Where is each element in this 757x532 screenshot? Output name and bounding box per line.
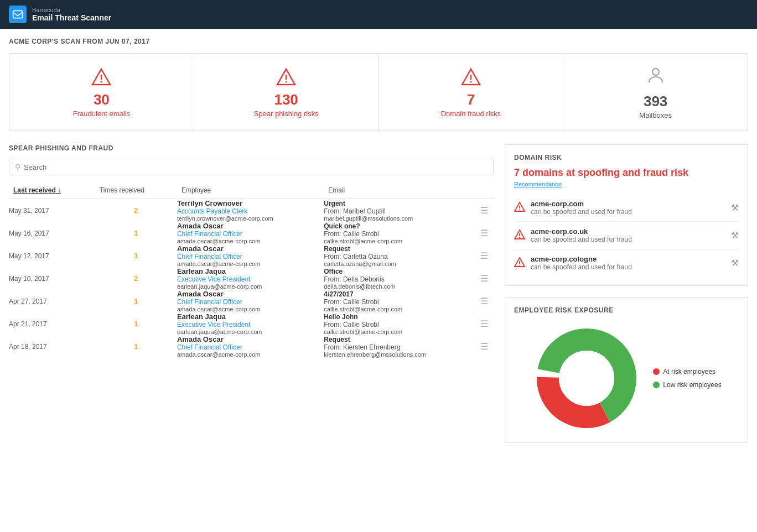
page-content: ACME CORP'S SCAN FROM JUN 07, 2017 30 Fr… (0, 29, 757, 532)
col-action (480, 183, 494, 199)
view-email-icon[interactable]: ☰ (480, 274, 488, 283)
row-action[interactable]: ☰ (480, 290, 494, 312)
domain-info: acme-corp.co.uk can be spoofed and used … (531, 227, 731, 243)
view-email-icon[interactable]: ☰ (480, 296, 488, 306)
view-email-icon[interactable]: ☰ (480, 206, 488, 215)
domain-risk-box: DOMAIN RISK 7 domains at spoofing and fr… (505, 144, 748, 286)
phishing-count: 130 (274, 91, 298, 108)
view-email-icon[interactable]: ☰ (480, 319, 488, 328)
employee-name: Amada Oscar (177, 222, 324, 230)
row-date: May 12, 2017 (9, 244, 95, 267)
email-from: From: Callie Strobl (324, 230, 480, 238)
domain-desc: can be spoofed and used for fraud (531, 208, 731, 216)
stat-cards-container: 30 Fraudulent emails 130 Spear phishing … (9, 53, 748, 131)
row-action[interactable]: ☰ (480, 312, 494, 335)
search-bar[interactable]: ⚲ (9, 159, 494, 175)
email-sender: delia.debonis@ibtech.com (324, 283, 480, 290)
warning-icon-fraudulent (91, 67, 111, 87)
row-email: 4/27/2017 From: Callie Strobl callie.str… (324, 290, 480, 312)
svg-point-22 (559, 351, 614, 406)
table-body: May 31, 2017 2 Terrilyn Crownover Accoun… (9, 199, 494, 358)
row-date: May 31, 2017 (9, 199, 95, 222)
row-date: Apr 18, 2017 (9, 335, 95, 358)
app-title-group: Barracuda Email Threat Scanner (32, 7, 111, 22)
email-sender: callie.strobl@acme-corp.com (324, 328, 480, 335)
domain-count: 7 (467, 91, 475, 108)
row-email: Office From: Delia Debonis delia.debonis… (324, 267, 480, 290)
domain-info: acme-corp.cologne can be spoofed and use… (531, 255, 731, 271)
table-header: Last received ↓ Times received Employee … (9, 183, 494, 199)
view-email-icon[interactable]: ☰ (480, 251, 488, 260)
employee-name: Terrilyn Crownover (177, 199, 324, 207)
view-email-icon[interactable]: ☰ (480, 342, 488, 351)
row-email: Urgent From: Maribel Guptill maribel.gup… (324, 199, 480, 222)
legend-dot (653, 368, 660, 375)
search-icon: ⚲ (15, 163, 20, 171)
col-times-received: Times received (95, 183, 177, 199)
donut-chart: 33.1% 66.9% (531, 323, 642, 434)
row-action[interactable]: ☰ (480, 244, 494, 267)
donut-legend: At risk employees Low risk employees (653, 368, 721, 389)
domain-warning-icon (514, 201, 525, 215)
email-subject: Office (324, 268, 480, 275)
employee-role: Chief Financial Officer (177, 343, 324, 351)
col-email: Email (324, 183, 480, 199)
email-subject: Hello John (324, 313, 480, 321)
svg-point-3 (101, 81, 102, 82)
warning-icon-phishing (276, 67, 296, 87)
domain-risk-count: 7 domains at spoofing and fraud risk (514, 167, 739, 179)
table-row: May 12, 2017 1 Amada Oscar Chief Financi… (9, 244, 494, 267)
email-subject: 4/27/2017 (324, 290, 480, 298)
donut-container: 33.1% 66.9% At risk employees Low risk e… (514, 323, 739, 434)
svg-point-10 (652, 69, 659, 75)
employee-name: Amada Oscar (177, 290, 324, 298)
mailboxes-label: Mailboxes (639, 111, 672, 119)
recommendation-link[interactable]: Recommendation (514, 181, 739, 187)
svg-point-19 (519, 264, 520, 265)
row-times: 1 (95, 290, 177, 312)
employee-email: earlean.jaqua@acme-corp.com (177, 328, 324, 335)
table-row: May 10, 2017 2 Earlean Jaqua Executive V… (9, 267, 494, 290)
employee-role: Executive Vice President (177, 321, 324, 328)
main-content: SPEAR PHISHING AND FRAUD ⚲ Last received… (9, 144, 748, 443)
email-sender: carletta.ozuna@gmail.com (324, 260, 480, 267)
employee-email: terrilyn.crownover@acme-corp.com (177, 215, 324, 222)
email-subject: Quick one? (324, 222, 480, 230)
row-employee: Amada Oscar Chief Financial Officer amad… (177, 290, 324, 312)
row-times: 2 (95, 199, 177, 222)
spear-phishing-panel: SPEAR PHISHING AND FRAUD ⚲ Last received… (9, 144, 494, 358)
employee-name: Earlean Jaqua (177, 312, 324, 321)
svg-point-9 (470, 81, 471, 82)
email-from: From: Maribel Guptill (324, 207, 480, 215)
view-email-icon[interactable]: ☰ (480, 228, 488, 238)
row-action[interactable]: ☰ (480, 267, 494, 290)
email-subject: Urgent (324, 200, 480, 207)
email-from: From: Callie Strobl (324, 298, 480, 306)
employee-name: Earlean Jaqua (177, 267, 324, 275)
legend-label: At risk employees (663, 368, 715, 375)
employee-name: Amada Oscar (177, 335, 324, 343)
employee-email: amada.oscar@acme-corp.com (177, 238, 324, 244)
app-header: Barracuda Email Threat Scanner (0, 0, 757, 29)
search-input[interactable] (24, 163, 488, 171)
domain-tool-icon[interactable]: ⚒ (731, 230, 739, 241)
row-action[interactable]: ☰ (480, 199, 494, 222)
domain-risk-title: DOMAIN RISK (514, 154, 739, 161)
domain-tool-icon[interactable]: ⚒ (731, 258, 739, 268)
fraudulent-label: Fraudulent emails (73, 109, 130, 118)
row-date: May 10, 2017 (9, 267, 95, 290)
stat-card-phishing: 130 Spear phishing risks (194, 54, 379, 131)
domain-desc: can be spoofed and used for fraud (531, 236, 731, 243)
domain-name: acme-corp.cologne (531, 255, 731, 263)
domain-tool-icon[interactable]: ⚒ (731, 202, 739, 213)
table-row: Apr 21, 2017 1 Earlean Jaqua Executive V… (9, 312, 494, 335)
row-action[interactable]: ☰ (480, 222, 494, 244)
app-logo (9, 6, 27, 23)
person-icon-mailboxes (646, 65, 666, 88)
row-action[interactable]: ☰ (480, 335, 494, 358)
row-employee: Earlean Jaqua Executive Vice President e… (177, 267, 324, 290)
table-row: Apr 27, 2017 1 Amada Oscar Chief Financi… (9, 290, 494, 312)
col-last-received[interactable]: Last received ↓ (9, 183, 95, 199)
table-row: May 16, 2017 1 Amada Oscar Chief Financi… (9, 222, 494, 244)
row-employee: Amada Oscar Chief Financial Officer amad… (177, 335, 324, 358)
